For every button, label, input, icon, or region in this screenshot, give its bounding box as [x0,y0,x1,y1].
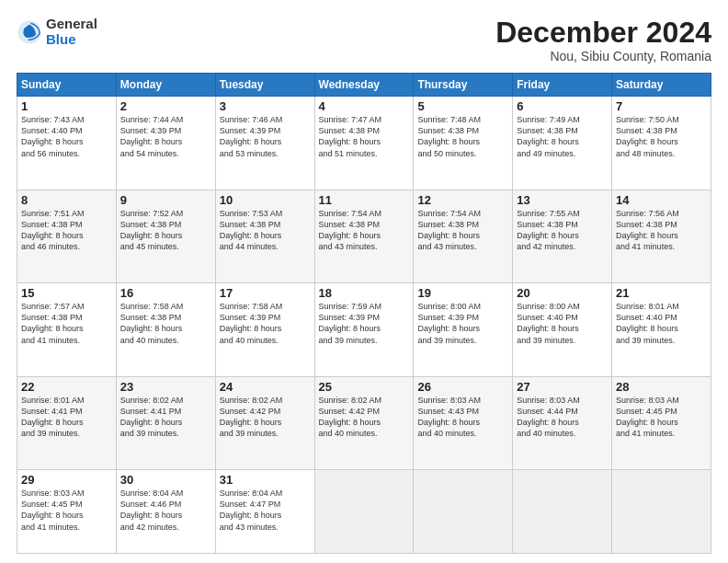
day-number: 5 [417,99,508,113]
day-number: 30 [120,473,211,487]
day-number: 6 [517,99,608,113]
day-number: 4 [319,99,410,113]
day-cell: 29 Sunrise: 8:03 AMSunset: 4:45 PMDaylig… [17,470,117,554]
title-block: December 2024 Nou, Sibiu County, Romania [495,17,711,63]
table-row: 8 Sunrise: 7:51 AMSunset: 4:38 PMDayligh… [17,190,711,283]
day-number: 17 [220,286,311,300]
day-number: 10 [220,193,311,207]
day-info: Sunrise: 7:58 AMSunset: 4:39 PMDaylight:… [220,302,283,344]
logo-general: General [46,17,97,32]
day-info: Sunrise: 8:00 AMSunset: 4:40 PMDaylight:… [517,302,580,344]
day-number: 13 [517,193,608,207]
day-number: 28 [616,380,707,394]
day-info: Sunrise: 7:53 AMSunset: 4:38 PMDaylight:… [220,209,283,251]
day-info: Sunrise: 8:03 AMSunset: 4:44 PMDaylight:… [517,396,580,438]
table-row: 15 Sunrise: 7:57 AMSunset: 4:38 PMDaylig… [17,283,711,377]
day-number: 22 [21,380,112,394]
empty-cell [513,470,612,554]
day-info: Sunrise: 7:54 AMSunset: 4:38 PMDaylight:… [417,209,481,251]
day-info: Sunrise: 8:01 AMSunset: 4:41 PMDaylight:… [21,396,85,438]
day-number: 18 [319,286,410,300]
day-cell: 10 Sunrise: 7:53 AMSunset: 4:38 PMDaylig… [215,190,314,283]
col-saturday: Saturday [612,74,711,97]
day-cell: 21 Sunrise: 8:01 AMSunset: 4:40 PMDaylig… [612,283,711,377]
day-number: 21 [616,286,707,300]
day-info: Sunrise: 7:46 AMSunset: 4:39 PMDaylight:… [220,115,283,157]
day-cell: 27 Sunrise: 8:03 AMSunset: 4:44 PMDaylig… [513,376,612,470]
day-number: 12 [417,193,508,207]
col-friday: Friday [513,74,612,97]
day-number: 19 [417,286,508,300]
header: General Blue December 2024 Nou, Sibiu Co… [17,17,711,63]
location: Nou, Sibiu County, Romania [495,49,711,63]
day-number: 31 [220,473,311,487]
table-row: 29 Sunrise: 8:03 AMSunset: 4:45 PMDaylig… [17,470,711,554]
day-info: Sunrise: 7:52 AMSunset: 4:38 PMDaylight:… [120,209,184,251]
day-info: Sunrise: 8:00 AMSunset: 4:39 PMDaylight:… [417,302,481,344]
day-info: Sunrise: 8:02 AMSunset: 4:41 PMDaylight:… [120,396,184,438]
day-cell: 30 Sunrise: 8:04 AMSunset: 4:46 PMDaylig… [116,470,215,554]
day-cell: 5 Sunrise: 7:48 AMSunset: 4:38 PMDayligh… [414,97,513,190]
day-number: 29 [21,473,112,487]
day-info: Sunrise: 7:48 AMSunset: 4:38 PMDaylight:… [417,115,481,157]
day-number: 14 [616,193,707,207]
day-number: 24 [220,380,311,394]
calendar: Sunday Monday Tuesday Wednesday Thursday… [17,73,711,554]
day-info: Sunrise: 8:04 AMSunset: 4:47 PMDaylight:… [220,488,283,531]
day-info: Sunrise: 7:55 AMSunset: 4:38 PMDaylight:… [517,209,580,251]
col-monday: Monday [116,74,215,97]
day-number: 23 [120,380,211,394]
calendar-header-row: Sunday Monday Tuesday Wednesday Thursday… [17,74,711,97]
empty-cell [314,470,414,554]
day-cell: 26 Sunrise: 8:03 AMSunset: 4:43 PMDaylig… [414,376,513,470]
logo: General Blue [17,17,97,47]
day-cell: 20 Sunrise: 8:00 AMSunset: 4:40 PMDaylig… [513,283,612,377]
day-cell: 18 Sunrise: 7:59 AMSunset: 4:39 PMDaylig… [314,283,414,377]
day-number: 26 [417,380,508,394]
day-info: Sunrise: 7:57 AMSunset: 4:38 PMDaylight:… [21,302,85,344]
day-cell: 23 Sunrise: 8:02 AMSunset: 4:41 PMDaylig… [116,376,215,470]
day-cell: 6 Sunrise: 7:49 AMSunset: 4:38 PMDayligh… [513,97,612,190]
day-number: 1 [21,99,112,113]
logo-text: General Blue [46,17,97,47]
empty-cell [612,470,711,554]
day-info: Sunrise: 7:47 AMSunset: 4:38 PMDaylight:… [319,115,382,157]
col-thursday: Thursday [414,74,513,97]
day-cell: 16 Sunrise: 7:58 AMSunset: 4:38 PMDaylig… [116,283,215,377]
day-number: 8 [21,193,112,207]
empty-cell [414,470,513,554]
day-info: Sunrise: 7:49 AMSunset: 4:38 PMDaylight:… [517,115,580,157]
day-info: Sunrise: 8:02 AMSunset: 4:42 PMDaylight:… [319,396,382,438]
day-info: Sunrise: 8:03 AMSunset: 4:43 PMDaylight:… [417,396,481,438]
col-sunday: Sunday [17,74,117,97]
day-cell: 4 Sunrise: 7:47 AMSunset: 4:38 PMDayligh… [314,97,414,190]
day-number: 25 [319,380,410,394]
day-cell: 19 Sunrise: 8:00 AMSunset: 4:39 PMDaylig… [414,283,513,377]
day-cell: 24 Sunrise: 8:02 AMSunset: 4:42 PMDaylig… [215,376,314,470]
day-info: Sunrise: 7:50 AMSunset: 4:38 PMDaylight:… [616,115,679,157]
day-info: Sunrise: 7:54 AMSunset: 4:38 PMDaylight:… [319,209,382,251]
day-cell: 25 Sunrise: 8:02 AMSunset: 4:42 PMDaylig… [314,376,414,470]
day-cell: 7 Sunrise: 7:50 AMSunset: 4:38 PMDayligh… [612,97,711,190]
day-cell: 15 Sunrise: 7:57 AMSunset: 4:38 PMDaylig… [17,283,117,377]
day-cell: 12 Sunrise: 7:54 AMSunset: 4:38 PMDaylig… [414,190,513,283]
day-info: Sunrise: 7:56 AMSunset: 4:38 PMDaylight:… [616,209,679,251]
day-cell: 22 Sunrise: 8:01 AMSunset: 4:41 PMDaylig… [17,376,117,470]
day-number: 15 [21,286,112,300]
day-info: Sunrise: 8:01 AMSunset: 4:40 PMDaylight:… [616,302,679,344]
day-number: 20 [517,286,608,300]
day-info: Sunrise: 8:02 AMSunset: 4:42 PMDaylight:… [220,396,283,438]
day-cell: 14 Sunrise: 7:56 AMSunset: 4:38 PMDaylig… [612,190,711,283]
day-cell: 13 Sunrise: 7:55 AMSunset: 4:38 PMDaylig… [513,190,612,283]
day-info: Sunrise: 7:44 AMSunset: 4:39 PMDaylight:… [120,115,184,157]
day-number: 11 [319,193,410,207]
table-row: 22 Sunrise: 8:01 AMSunset: 4:41 PMDaylig… [17,376,711,470]
day-cell: 9 Sunrise: 7:52 AMSunset: 4:38 PMDayligh… [116,190,215,283]
day-number: 2 [120,99,211,113]
day-cell: 3 Sunrise: 7:46 AMSunset: 4:39 PMDayligh… [215,97,314,190]
day-number: 16 [120,286,211,300]
day-info: Sunrise: 8:03 AMSunset: 4:45 PMDaylight:… [21,488,85,531]
day-cell: 8 Sunrise: 7:51 AMSunset: 4:38 PMDayligh… [17,190,117,283]
day-info: Sunrise: 8:03 AMSunset: 4:45 PMDaylight:… [616,396,679,438]
day-cell: 11 Sunrise: 7:54 AMSunset: 4:38 PMDaylig… [314,190,414,283]
